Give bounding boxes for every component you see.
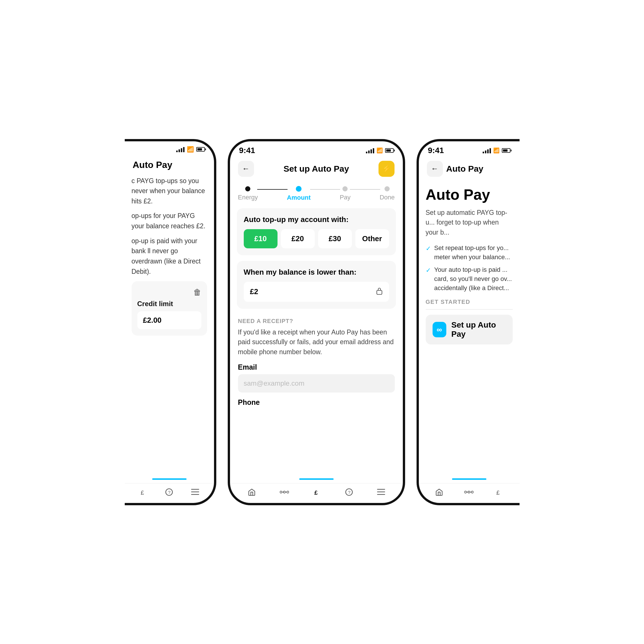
step-energy: Energy: [238, 186, 258, 201]
wifi-icon-left: 📶: [187, 146, 194, 153]
svg-rect-15: [377, 489, 385, 490]
activity-icon-middle: [280, 489, 289, 495]
svg-point-7: [280, 491, 282, 493]
topup-card-title: Auto top-up my account with:: [244, 215, 389, 224]
nav-question-middle[interactable]: ?: [345, 488, 353, 496]
step-label-amount: Amount: [287, 194, 311, 201]
step-label-done: Done: [380, 194, 395, 201]
receipt-section: NEED A RECEIPT? If you'd like a receipt …: [230, 314, 403, 410]
left-body-2: op-ups for your PAYG your balance reache…: [132, 211, 207, 231]
lightning-icon: ⚡: [382, 164, 391, 173]
nav-question-left[interactable]: ?: [165, 488, 173, 496]
pound-icon-middle: £: [313, 488, 321, 496]
amount-btn-20[interactable]: £20: [281, 229, 315, 248]
step-dot-done: [385, 186, 390, 191]
home-icon-middle: [248, 488, 256, 496]
step-line-1: [257, 189, 288, 190]
nav-indicator-left: [152, 478, 187, 480]
phone-right: 9:41 📶 ← Auto Pay Auto Pay Set up automa…: [417, 139, 520, 505]
check-item-2: ✓ Your auto top-up is paid ... card, so …: [426, 265, 513, 293]
svg-text:?: ?: [168, 490, 171, 494]
credit-limit-value: £2.00: [137, 311, 201, 329]
nav-menu-left[interactable]: [191, 489, 199, 495]
scroll-area-middle: Auto top-up my account with: £10 £20 £30…: [230, 208, 403, 478]
signal-bars-right: [483, 148, 491, 153]
back-button-middle[interactable]: ←: [238, 161, 254, 177]
amount-btn-30[interactable]: £30: [318, 229, 352, 248]
step-line-3: [350, 189, 380, 190]
check-text-2: Your auto top-up is paid ... card, so yo…: [434, 265, 513, 293]
svg-text:£: £: [140, 489, 144, 496]
divider-right: [426, 309, 513, 310]
stepper-middle: Energy Amount Pay Done: [230, 181, 403, 208]
phone-label: Phone: [238, 398, 395, 407]
check-item-1: ✓ Set repeat top-ups for yo... meter whe…: [426, 243, 513, 262]
signal-bars-left: [176, 146, 185, 152]
wifi-icon-middle: 📶: [377, 147, 383, 154]
amount-options: £10 £20 £30 Other: [244, 229, 389, 248]
status-icons-left: 📶: [176, 146, 205, 153]
nav-activity-middle[interactable]: [280, 489, 289, 495]
left-content: Auto Pay c PAYG top-ups so you never whe…: [125, 155, 214, 478]
amount-btn-10[interactable]: £10: [244, 229, 278, 248]
activity-icon-right: [464, 489, 473, 495]
get-started-label: GET STARTED: [426, 299, 513, 305]
email-input-display[interactable]: sam@example.com: [238, 374, 395, 393]
scene: 📶 Auto Pay c PAYG top-ups so you never w…: [0, 0, 644, 644]
nav-pound-middle[interactable]: £: [313, 488, 321, 496]
nav-bar-right: £: [419, 483, 520, 503]
pound-icon-left: £: [139, 488, 147, 496]
step-dot-energy: [245, 186, 250, 191]
step-pay: Pay: [340, 186, 350, 201]
status-icons-right: 📶: [483, 147, 510, 154]
nav-indicator-middle: [299, 478, 334, 480]
status-icons-middle: 📶: [366, 147, 394, 154]
menu-icon-left: [191, 489, 199, 495]
topup-card: Auto top-up my account with: £10 £20 £30…: [237, 208, 396, 255]
lightning-btn-middle[interactable]: ⚡: [379, 161, 395, 177]
svg-text:£: £: [496, 489, 500, 496]
nav-home-middle[interactable]: [248, 488, 256, 496]
step-line-2: [310, 189, 340, 190]
setup-auto-pay-btn[interactable]: ∞ Set up Auto Pay: [426, 315, 513, 344]
svg-rect-4: [191, 492, 199, 492]
nav-menu-middle[interactable]: [377, 489, 385, 495]
infinity-icon: ∞: [437, 325, 442, 334]
step-dot-pay: [342, 186, 348, 191]
status-time-right: 9:41: [428, 146, 444, 155]
step-label-pay: Pay: [340, 194, 350, 201]
receipt-label: NEED A RECEIPT?: [238, 318, 395, 324]
nav-pound-right[interactable]: £: [495, 488, 503, 496]
back-button-right[interactable]: ←: [427, 161, 443, 177]
nav-home-right[interactable]: [435, 488, 443, 496]
svg-rect-17: [377, 494, 385, 495]
question-icon-left: ?: [165, 488, 173, 496]
step-dot-amount: [296, 186, 302, 192]
nav-bar-left: £ ?: [125, 483, 214, 503]
battery-right: [502, 148, 510, 153]
svg-rect-5: [191, 494, 199, 495]
check-mark-1: ✓: [426, 244, 431, 253]
menu-icon-middle: [377, 489, 385, 495]
nav-activity-right[interactable]: [464, 489, 473, 495]
signal-bars-middle: [366, 148, 374, 153]
svg-rect-6: [377, 290, 382, 294]
check-text-1: Set repeat top-ups for yo... meter when …: [434, 243, 513, 262]
left-body-3: op-up is paid with your bank ll never go…: [132, 236, 207, 277]
amount-btn-other[interactable]: Other: [355, 229, 389, 248]
balance-input: £2: [244, 282, 389, 302]
nav-pound-left[interactable]: £: [139, 488, 147, 496]
infinity-icon-wrap: ∞: [433, 322, 446, 337]
svg-text:£: £: [314, 489, 318, 496]
header-title-right: Auto Pay: [443, 164, 515, 174]
check-mark-2: ✓: [426, 266, 431, 275]
svg-rect-3: [191, 489, 199, 490]
lock-icon: [376, 287, 383, 297]
step-amount: Amount: [287, 186, 311, 201]
auto-pay-title: Auto Pay: [426, 186, 513, 203]
status-bar-right: 9:41 📶: [419, 141, 520, 157]
svg-rect-16: [377, 492, 385, 492]
credit-limit-card: 🗑 Credit limit £2.00: [132, 281, 207, 336]
auto-pay-desc: Set up automatic PAYG top-u... forget to…: [426, 208, 513, 237]
delete-icon[interactable]: 🗑: [193, 288, 201, 297]
